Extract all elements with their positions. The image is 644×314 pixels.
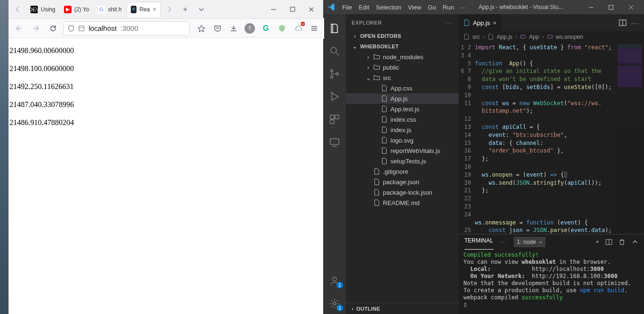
activity-bar: 1 1: [323, 14, 346, 314]
terminal-new-icon[interactable]: +: [596, 239, 599, 245]
code-editor[interactable]: import React, { useState } from "react";…: [475, 43, 616, 234]
menu-···[interactable]: ···: [461, 4, 466, 11]
browser-page-content: 21498.960.0060000021498.100.006000002149…: [9, 38, 323, 314]
section-outline[interactable]: ›OUTLINE: [346, 303, 459, 314]
file-App-js[interactable]: App.js: [346, 93, 459, 104]
downloads-icon[interactable]: [228, 23, 239, 34]
url-bar[interactable]: localhost:3000: [63, 21, 190, 36]
folder-public[interactable]: ›public: [346, 62, 459, 72]
new-tab-button[interactable]: +: [178, 2, 193, 17]
terminal-trash-icon[interactable]: [619, 239, 625, 245]
vscode-logo-icon: [327, 3, 336, 11]
file-icon: [381, 95, 389, 102]
ext-shield-icon[interactable]: [277, 23, 287, 34]
activity-debug[interactable]: [323, 86, 346, 107]
terminal-tab[interactable]: TERMINAL: [464, 234, 493, 250]
browser-minimize[interactable]: [266, 4, 281, 15]
section-project[interactable]: ⌄WHEBSOKLET: [346, 41, 459, 52]
file-App-test-js[interactable]: App.test.js: [346, 104, 459, 114]
file-index-css[interactable]: index.css: [346, 114, 459, 125]
browser-maximize[interactable]: [285, 4, 299, 15]
breadcrumb-item[interactable]: App: [529, 34, 539, 40]
activity-search[interactable]: [323, 41, 346, 62]
svg-rect-8: [609, 5, 613, 9]
ext-t-icon[interactable]: T: [245, 23, 255, 34]
vscode-maximize[interactable]: [602, 0, 620, 14]
browser-tab[interactable]: ▶(2) Yo: [60, 2, 93, 17]
vscode-minimize[interactable]: [582, 0, 600, 14]
terminal-dropdown[interactable]: 1: node: [514, 237, 545, 247]
split-editor-icon[interactable]: [619, 19, 626, 27]
menu-file[interactable]: File: [342, 4, 352, 11]
terminal-split-icon[interactable]: [606, 239, 612, 245]
terminal-line: Compiled successfully!: [463, 251, 639, 259]
nav-forward[interactable]: [29, 22, 43, 35]
browser-toolbar: localhost:3000 T G x: [9, 19, 323, 38]
file-index-js[interactable]: index.js: [346, 125, 459, 135]
browser-close[interactable]: [304, 4, 318, 15]
browser-tab[interactable]: Gshit h: [94, 2, 126, 17]
activity-scm[interactable]: [323, 63, 346, 84]
svg-rect-18: [330, 139, 339, 144]
menu-go[interactable]: Go: [428, 4, 436, 11]
vscode-window: FileEditSelectionViewGoRun··· App.js - w…: [323, 0, 644, 314]
page-line: 21487.040.33078996: [9, 100, 323, 109]
menu-view[interactable]: View: [408, 4, 421, 11]
file-package-lock-json[interactable]: package-lock.json: [346, 187, 459, 197]
tab-history-fwd[interactable]: [162, 2, 177, 17]
editor-tab-close[interactable]: ×: [493, 19, 497, 27]
svg-rect-15: [330, 115, 334, 119]
tab-dropdown[interactable]: [194, 2, 209, 17]
tab-history-back[interactable]: [10, 2, 26, 17]
nav-reload[interactable]: [46, 22, 60, 35]
ext-cloud-icon[interactable]: x: [293, 23, 303, 34]
svg-rect-1: [290, 7, 295, 11]
bookmark-star-icon[interactable]: [196, 23, 207, 34]
terminal-more-icon[interactable]: ···: [500, 239, 507, 245]
breadcrumb-item[interactable]: src: [472, 34, 480, 40]
browser-tab[interactable]: ⚛Rea×: [127, 2, 161, 17]
overflow-menu-icon[interactable]: [309, 23, 319, 34]
minimap[interactable]: [616, 43, 644, 234]
breadcrumb-item[interactable]: App.js: [497, 34, 512, 40]
file--gitignore[interactable]: .gitignore: [346, 166, 459, 177]
section-open-editors[interactable]: ›OPEN EDITORS: [346, 31, 459, 41]
folder-node_modules[interactable]: ›node_modules: [346, 52, 459, 62]
terminal-output[interactable]: Compiled successfully!You can now view w…: [459, 250, 644, 314]
file-logo-svg[interactable]: logo.svg: [346, 135, 459, 145]
activity-extensions[interactable]: [323, 109, 346, 130]
file-reportWebVitals-js[interactable]: reportWebVitals.js: [346, 145, 459, 156]
editor-more-icon[interactable]: ···: [631, 19, 639, 27]
editor-area: App.js × ··· src›App.js›App›ws.onopen 1 …: [459, 14, 644, 314]
activity-explorer[interactable]: [323, 18, 346, 39]
svg-rect-17: [330, 120, 334, 124]
breadcrumb-item[interactable]: ws.onopen: [556, 34, 583, 40]
menu-run[interactable]: Run: [443, 4, 454, 11]
file-package-json[interactable]: package.json: [346, 177, 459, 187]
activity-remote[interactable]: [323, 132, 346, 153]
breadcrumbs[interactable]: src›App.js›App›ws.onopen: [459, 31, 644, 43]
file-setupTests-js[interactable]: setupTests.js: [346, 156, 459, 166]
folder-src[interactable]: ⌄src: [346, 72, 459, 83]
nav-back[interactable]: [12, 22, 26, 35]
activity-accounts[interactable]: 1: [323, 270, 346, 291]
svg-point-20: [333, 277, 336, 281]
editor-tabs: App.js × ···: [459, 14, 644, 31]
pocket-icon[interactable]: [212, 23, 223, 34]
editor-tab-appjs[interactable]: App.js ×: [459, 14, 502, 31]
ext-g-icon[interactable]: G: [261, 23, 271, 34]
explorer-more-icon[interactable]: ···: [446, 20, 453, 26]
terminal-line: ▯: [463, 301, 639, 308]
menu-edit[interactable]: Edit: [359, 4, 369, 11]
browser-tab[interactable]: DEVUsing: [27, 2, 59, 17]
terminal-chevron-icon[interactable]: [632, 239, 638, 245]
terminal-line: webpack compiled successfully: [463, 294, 639, 301]
file-README-md[interactable]: README.md: [346, 197, 459, 208]
vscode-close[interactable]: [622, 0, 640, 14]
menu-selection[interactable]: Selection: [376, 4, 401, 11]
tab-close-icon[interactable]: ×: [153, 6, 156, 13]
terminal-line: To create a production build, use npm ru…: [463, 287, 639, 294]
activity-settings[interactable]: 1: [323, 293, 346, 314]
file-App-css[interactable]: App.css: [346, 83, 459, 93]
url-host: localhost: [89, 24, 117, 32]
